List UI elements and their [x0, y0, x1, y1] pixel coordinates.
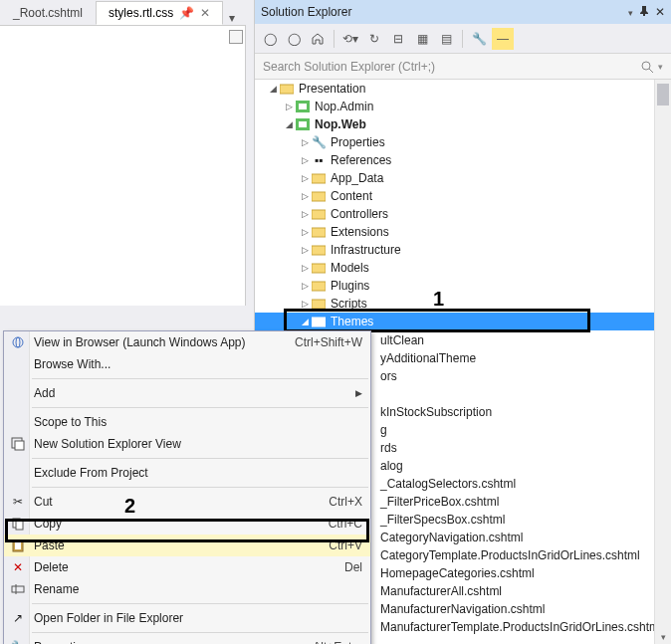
paste-icon — [10, 537, 26, 553]
search-box[interactable]: Search Solution Explorer (Ctrl+;) ▾ — [255, 54, 671, 80]
menu-separator — [32, 378, 368, 379]
chevron-down-icon[interactable]: ▾ — [658, 62, 663, 72]
svg-rect-8 — [312, 192, 326, 201]
tree-item[interactable]: ▷App_Data — [255, 169, 671, 187]
menu-properties[interactable]: 🔧 PropertiesAlt+Enter — [4, 636, 370, 644]
tree-item[interactable]: ▷Controllers — [255, 205, 671, 223]
folder-icon — [311, 225, 327, 239]
tree-item[interactable]: _CatalogSelectors.cshtml — [376, 475, 659, 493]
close-icon[interactable]: ✕ — [655, 5, 665, 19]
menu-browse-with[interactable]: Browse With... — [4, 353, 370, 375]
menu-delete[interactable]: ✕ DeleteDel — [4, 556, 370, 578]
panel-menu-icon[interactable] — [628, 5, 633, 19]
rename-icon — [10, 581, 26, 597]
pin-icon[interactable]: 📌 — [179, 6, 194, 20]
svg-rect-2 — [280, 85, 294, 94]
svg-rect-10 — [312, 228, 326, 237]
folder-open-icon — [311, 315, 327, 328]
folder-icon — [311, 261, 327, 275]
menu-copy[interactable]: CopyCtrl+C — [4, 513, 370, 535]
properties-icon[interactable]: 🔧 — [468, 28, 490, 50]
menu-add[interactable]: Add▶ — [4, 382, 370, 404]
tree-item[interactable]: ▷Scripts — [255, 295, 671, 313]
menu-scope[interactable]: Scope to This — [4, 411, 370, 433]
tree-item[interactable]: ▷▪▪References — [255, 151, 671, 169]
tree-item[interactable]: ▷Extensions — [255, 223, 671, 241]
tree-item[interactable]: CategoryTemplate.ProductsInGridOrLines.c… — [376, 546, 659, 564]
tree-item[interactable]: yAdditionalTheme — [376, 349, 659, 367]
document-area — [0, 26, 246, 306]
svg-rect-7 — [312, 174, 326, 183]
references-icon: ▪▪ — [311, 153, 327, 167]
svg-rect-9 — [312, 210, 326, 219]
tree-item[interactable]: ▷Plugins — [255, 277, 671, 295]
tree-item[interactable]: rds — [376, 439, 659, 457]
tree-item[interactable]: kInStockSubscription — [376, 403, 659, 421]
close-icon[interactable]: ✕ — [200, 6, 210, 20]
folder-icon — [311, 297, 327, 311]
highlight-icon[interactable]: — — [492, 28, 514, 50]
tree-item[interactable]: g — [376, 421, 659, 439]
tree-item-selected[interactable]: ◢Themes — [255, 313, 671, 330]
editor-tab-active[interactable]: styles.rtl.css 📌 ✕ — [96, 1, 223, 25]
svg-point-16 — [13, 337, 23, 347]
back-icon[interactable]: ◯ — [259, 28, 281, 50]
menu-open-folder[interactable]: ↗ Open Folder in File Explorer — [4, 607, 370, 629]
tree-item[interactable]: ◢Presentation — [255, 80, 671, 98]
tree-item[interactable]: ManufacturerTemplate.ProductsInGridOrLin… — [376, 618, 659, 636]
menu-new-view[interactable]: New Solution Explorer View — [4, 433, 370, 455]
tree-item[interactable]: CategoryNavigation.cshtml — [376, 529, 659, 546]
menu-cut[interactable]: ✂ CutCtrl+X — [4, 491, 370, 513]
svg-rect-11 — [312, 246, 326, 255]
project-icon — [295, 117, 311, 131]
home-icon[interactable] — [307, 28, 329, 50]
tree-item[interactable]: ◢Nop.Web — [255, 115, 671, 133]
editor-tab[interactable]: _Root.cshtml — [0, 1, 96, 25]
tab-overflow-icon[interactable]: ▾ — [223, 11, 241, 25]
tree-item[interactable]: ManufacturerNavigation.cshtml — [376, 600, 659, 618]
svg-rect-24 — [12, 586, 24, 592]
svg-rect-21 — [16, 521, 23, 530]
preview-icon[interactable]: ▤ — [435, 28, 457, 50]
wrench-icon: 🔧 — [311, 135, 327, 149]
submenu-arrow-icon: ▶ — [355, 388, 362, 398]
tree-item[interactable]: _FilterSpecsBox.cshtml — [376, 511, 659, 529]
tree-item[interactable]: ors — [376, 367, 659, 385]
tree-item[interactable]: ultClean — [376, 331, 659, 349]
menu-exclude[interactable]: Exclude From Project — [4, 462, 370, 484]
wrench-icon: 🔧 — [10, 639, 26, 644]
tree-item[interactable]: ▷🔧Properties — [255, 133, 671, 151]
collapse-icon[interactable]: ⊟ — [387, 28, 409, 50]
tree-item[interactable]: ▷Nop.Admin — [255, 98, 671, 115]
sync-icon[interactable]: ⟲▾ — [339, 28, 361, 50]
show-all-icon[interactable]: ▦ — [411, 28, 433, 50]
menu-view-in-browser[interactable]: View in Browser (Launch Windows App) Ctr… — [4, 331, 370, 353]
scrollbar-thumb[interactable] — [657, 84, 669, 106]
tree-item[interactable]: _FilterPriceBox.cshtml — [376, 493, 659, 511]
menu-separator — [32, 407, 368, 408]
refresh-icon[interactable]: ↻ — [363, 28, 385, 50]
delete-icon: ✕ — [10, 559, 26, 575]
forward-icon[interactable]: ◯ — [283, 28, 305, 50]
context-menu: View in Browser (Launch Windows App) Ctr… — [3, 330, 371, 644]
pin-icon[interactable] — [639, 5, 649, 19]
tree-item[interactable]: ▷Models — [255, 259, 671, 277]
svg-rect-15 — [312, 318, 326, 326]
tree-item[interactable]: ▷Infrastructure — [255, 241, 671, 259]
tree-item[interactable]: alog — [376, 457, 659, 475]
cut-icon: ✂ — [10, 494, 26, 510]
menu-rename[interactable]: Rename — [4, 578, 370, 600]
menu-separator — [32, 603, 368, 604]
tree-item[interactable]: HomepageCategories.cshtml — [376, 564, 659, 582]
menu-paste[interactable]: PasteCtrl+V — [4, 535, 370, 556]
tree-item[interactable]: ManufacturerAll.cshtml — [376, 582, 659, 600]
svg-rect-12 — [312, 264, 326, 273]
tree-item[interactable]: ▷Content — [255, 187, 671, 205]
svg-rect-19 — [15, 441, 24, 450]
tab-label: _Root.cshtml — [13, 6, 83, 20]
scrollbar[interactable]: ▾ — [654, 80, 671, 644]
tree-item[interactable] — [376, 385, 659, 403]
open-folder-icon: ↗ — [10, 610, 26, 626]
scroll-down-icon[interactable]: ▾ — [655, 632, 671, 642]
search-icon[interactable] — [640, 60, 654, 74]
